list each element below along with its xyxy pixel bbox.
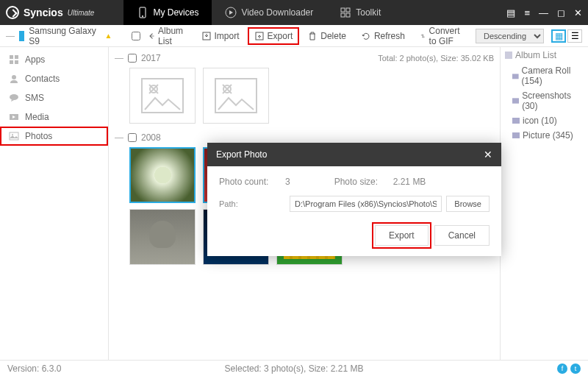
svg-rect-6 xyxy=(346,13,350,17)
tab-label: Video Downloader xyxy=(241,7,313,18)
album-item[interactable]: icon (10) xyxy=(505,113,584,128)
photo-toolbar: Album List Import Export Delete Refresh … xyxy=(132,22,472,50)
twitter-icon[interactable]: t xyxy=(570,363,581,374)
apps-icon xyxy=(9,54,19,65)
version-label: Version: 6.3.0 xyxy=(7,363,61,374)
select-all-checkbox[interactable] xyxy=(132,32,140,40)
svg-rect-10 xyxy=(15,55,18,59)
svg-point-1 xyxy=(142,15,143,17)
grid-icon xyxy=(340,7,351,18)
collapse-dash[interactable]: — xyxy=(6,31,15,41)
window-controls: ▤ ≡ — ◻ ✕ xyxy=(506,7,582,18)
dialog-header: Export Photo ✕ xyxy=(207,143,501,166)
delete-button[interactable]: Delete xyxy=(301,27,353,45)
svg-point-14 xyxy=(10,94,18,100)
cancel-button[interactable]: Cancel xyxy=(434,225,490,246)
convert-icon xyxy=(420,31,426,41)
sidebar-item-contacts[interactable]: Contacts xyxy=(0,69,108,88)
svg-rect-22 xyxy=(505,52,512,59)
refresh-icon xyxy=(361,31,371,41)
album-list-button[interactable]: Album List xyxy=(142,22,193,50)
phone-icon xyxy=(137,7,148,18)
svg-rect-5 xyxy=(341,13,345,17)
year-label: 2017 xyxy=(141,53,161,63)
path-label: Path: xyxy=(219,199,285,208)
photo-thumbnail[interactable]: ✓ xyxy=(129,147,196,203)
dialog-title: Export Photo xyxy=(216,149,267,160)
svg-rect-23 xyxy=(512,74,519,79)
svg-rect-4 xyxy=(346,8,350,12)
selection-status: Selected: 3 photo(s), Size: 2.21 MB xyxy=(225,363,364,374)
collapse-icon[interactable]: — xyxy=(115,132,123,143)
album-item[interactable]: Picture (345) xyxy=(505,128,584,143)
media-icon xyxy=(9,112,19,122)
svg-point-13 xyxy=(12,75,16,79)
path-row: Path: Browse xyxy=(219,196,490,212)
svg-rect-26 xyxy=(512,132,520,138)
status-bar: Version: 6.3.0 Selected: 3 photo(s), Siz… xyxy=(0,360,588,376)
chat-icon[interactable]: ▤ xyxy=(506,7,515,18)
picture-icon xyxy=(512,132,520,139)
year-2008-checkbox[interactable] xyxy=(128,133,137,142)
svg-point-17 xyxy=(12,134,13,135)
sms-icon xyxy=(9,93,19,103)
tab-label: Toolkit xyxy=(356,7,381,18)
image-placeholder-icon xyxy=(214,77,258,114)
sidebar-item-media[interactable]: Media xyxy=(0,107,108,127)
photo-placeholder[interactable] xyxy=(129,68,196,124)
year-2017-header: — 2017 Total: 2 photo(s), Size: 35.02 KB xyxy=(115,53,494,63)
sort-dropdown[interactable]: Descending xyxy=(476,29,544,43)
export-button[interactable]: Export xyxy=(248,27,300,45)
view-mode-group: ▦ ☰ xyxy=(551,29,582,43)
album-item[interactable]: Screenshots (30) xyxy=(505,88,584,113)
close-button[interactable]: ✕ xyxy=(574,7,582,18)
picture-icon xyxy=(512,97,519,104)
album-item[interactable]: Camera Roll (154) xyxy=(505,63,584,88)
path-input[interactable] xyxy=(290,196,442,212)
photo-placeholder[interactable] xyxy=(203,68,269,124)
photo-thumbnail[interactable] xyxy=(129,209,196,265)
menu-icon[interactable]: ≡ xyxy=(524,7,530,18)
sidebar-item-sms[interactable]: SMS xyxy=(0,88,108,107)
export-confirm-button[interactable]: Export xyxy=(375,225,429,246)
device-dropdown-icon[interactable]: ▲ xyxy=(105,32,112,40)
album-panel: Album List Camera Roll (154) Screenshots… xyxy=(500,47,588,360)
size-label: Photo size: xyxy=(334,177,393,187)
count-value: 3 xyxy=(285,177,290,187)
minimize-button[interactable]: — xyxy=(539,7,548,18)
year-2017-checkbox[interactable] xyxy=(128,54,137,63)
sidebar-item-apps[interactable]: Apps xyxy=(0,50,108,69)
contacts-icon xyxy=(9,74,19,84)
svg-rect-11 xyxy=(10,60,13,64)
convert-gif-button[interactable]: Convert to GIF xyxy=(413,22,471,50)
back-arrow-icon xyxy=(148,31,156,41)
device-indicator-icon xyxy=(19,31,24,41)
play-icon xyxy=(225,7,237,18)
tab-label: My Devices xyxy=(153,7,198,18)
maximize-button[interactable]: ◻ xyxy=(557,7,565,18)
import-button[interactable]: Import xyxy=(195,27,246,45)
import-icon xyxy=(201,31,212,41)
dialog-close-button[interactable]: ✕ xyxy=(484,149,492,160)
facebook-icon[interactable]: f xyxy=(557,363,567,374)
social-links: f t xyxy=(557,363,581,374)
svg-rect-3 xyxy=(341,8,345,12)
svg-rect-12 xyxy=(15,60,18,64)
browse-button[interactable]: Browse xyxy=(446,196,490,212)
export-photo-dialog: Export Photo ✕ Photo count: 3 Photo size… xyxy=(207,143,501,256)
year-label: 2008 xyxy=(141,132,161,143)
photos-icon xyxy=(9,131,19,141)
camera-icon xyxy=(512,72,519,79)
trash-icon xyxy=(307,31,318,41)
svg-rect-25 xyxy=(512,118,520,124)
list-view-icon[interactable]: ☰ xyxy=(567,29,582,43)
sidebar-item-photos[interactable]: Photos xyxy=(0,127,108,146)
collapse-icon[interactable]: — xyxy=(115,53,123,63)
image-placeholder-icon xyxy=(140,77,184,114)
device-name[interactable]: Samsung Galaxy S9 xyxy=(29,26,100,46)
svg-rect-16 xyxy=(10,132,18,140)
svg-rect-9 xyxy=(10,55,13,59)
refresh-button[interactable]: Refresh xyxy=(354,27,412,45)
album-list-header: Album List xyxy=(505,50,584,60)
grid-view-icon[interactable]: ▦ xyxy=(551,29,566,43)
